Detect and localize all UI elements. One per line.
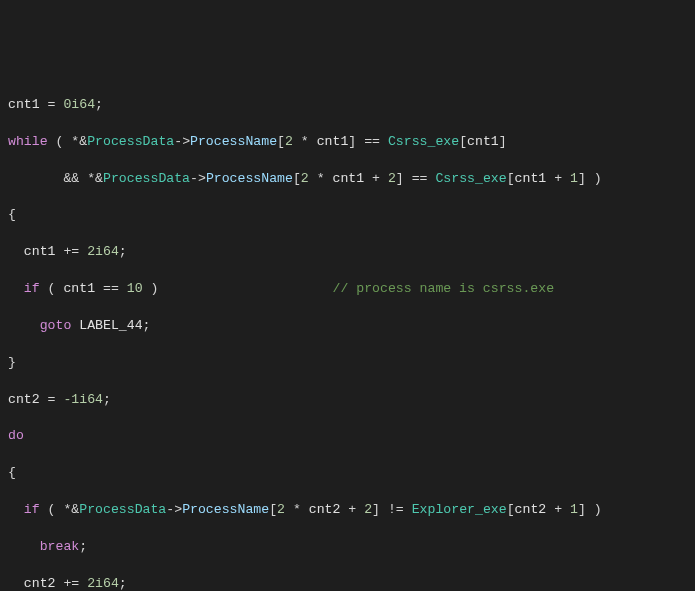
code-line: break; bbox=[8, 538, 695, 556]
code-line: goto LABEL_44; bbox=[8, 317, 695, 335]
code-line: } bbox=[8, 354, 695, 372]
code-line: && *&ProcessData->ProcessName[2 * cnt1 +… bbox=[8, 170, 695, 188]
code-line: cnt1 = 0i64; bbox=[8, 96, 695, 114]
code-line: while ( *&ProcessData->ProcessName[2 * c… bbox=[8, 133, 695, 151]
code-line: { bbox=[8, 464, 695, 482]
code-line: cnt1 += 2i64; bbox=[8, 243, 695, 261]
code-line: do bbox=[8, 427, 695, 445]
code-line: { bbox=[8, 206, 695, 224]
code-block: cnt1 = 0i64; while ( *&ProcessData->Proc… bbox=[8, 78, 695, 591]
code-line: cnt2 += 2i64; bbox=[8, 575, 695, 591]
code-line: cnt2 = -1i64; bbox=[8, 391, 695, 409]
code-line: if ( *&ProcessData->ProcessName[2 * cnt2… bbox=[8, 501, 695, 519]
code-line: if ( cnt1 == 10 ) // process name is csr… bbox=[8, 280, 695, 298]
